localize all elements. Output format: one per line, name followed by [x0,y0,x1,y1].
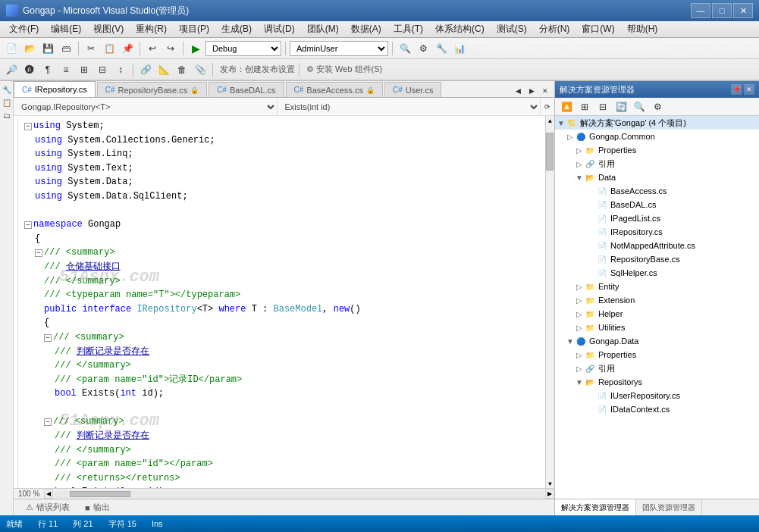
code-editor[interactable]: −using System; using System.Collections.… [14,116,554,488]
se-btn1[interactable]: 🔼 [558,99,575,115]
tree-item-idatacontext[interactable]: 📄 IDataContext.cs [555,402,759,416]
tb2-btn11[interactable]: 📎 [192,61,209,78]
target-project-combo[interactable]: AdminUser [290,41,388,56]
se-btn3[interactable]: ⊟ [594,99,611,115]
toolbar-btn-extra2[interactable]: ⚙ [415,40,431,57]
gutter-icon-2[interactable]: 📋 [2,97,12,108]
copy-btn[interactable]: 📋 [101,40,118,57]
gutter-icon-1[interactable]: 🔧 [2,84,12,95]
tree-item-ref[interactable]: ▷ 🔗 引用 [555,157,759,171]
code-nav-sync[interactable]: ⟳ [541,99,554,115]
tab-baseaccess[interactable]: C# BaseAccess.cs 🔒 [286,82,383,97]
tree-item-sqlhelper[interactable]: 📄 SqlHelper.cs [555,266,759,280]
save-btn[interactable]: 💾 [39,40,56,57]
tree-item-data-ref[interactable]: ▷ 🔗 引用 [555,361,759,375]
debug-mode-combo[interactable]: Debug [205,41,281,56]
menu-build[interactable]: 生成(B) [215,21,258,37]
menu-view[interactable]: 视图(V) [87,21,130,37]
minimize-button[interactable]: — [691,3,710,18]
tb2-btn2[interactable]: 🅐 [21,61,38,78]
menu-window[interactable]: 窗口(W) [576,21,620,37]
scroll-up-btn[interactable]: ▲ [547,116,554,125]
tree-item-notmapped[interactable]: 📄 NotMappedAttribute.cs [555,239,759,252]
open-btn[interactable]: 📂 [21,40,38,57]
se-btn2[interactable]: ⊞ [576,99,593,115]
tab-user[interactable]: C# User.cs [384,82,441,97]
tree-item-properties[interactable]: ▷ 📁 Properties [555,143,759,157]
tab-scroll-left[interactable]: ◀ [512,85,524,97]
tab-basedal[interactable]: C# BaseDAL.cs [209,82,284,97]
tab-irepository[interactable]: C# IRepository.cs [14,81,96,97]
menu-edit[interactable]: 编辑(E) [45,21,87,37]
tab-repositorybase[interactable]: C# RepositoryBase.cs 🔒 [97,82,208,97]
code-nav-type-combo[interactable]: Gongap.IRepository<T> [14,99,278,115]
se-btn6[interactable]: ⚙ [649,99,666,115]
tab-scroll-right[interactable]: ▶ [525,85,538,97]
tb2-btn7[interactable]: ↕ [112,61,129,78]
code-nav-member-combo[interactable]: Exists(int id) [278,99,541,115]
toolbar-btn-extra1[interactable]: 🔍 [397,40,413,57]
tree-item-basedal[interactable]: 📄 BaseDAL.cs [555,198,759,211]
tree-item-repositorybase[interactable]: 📄 RepositoryBase.cs [555,252,759,266]
tb2-btn3[interactable]: ¶ [39,61,56,78]
toolbar-btn-extra3[interactable]: 🔧 [433,40,450,57]
tree-item-utilities[interactable]: ▷ 📁 Utilities [555,321,759,334]
scroll-left-btn[interactable]: ◀ [44,490,53,499]
menu-analyze[interactable]: 分析(N) [533,21,576,37]
tb2-btn1[interactable]: 🔎 [3,61,20,78]
panel-close-btn[interactable]: ✕ [744,84,754,95]
close-button[interactable]: ✕ [733,3,753,18]
menu-data[interactable]: 数据(A) [345,21,387,37]
tree-item-iuserrepository[interactable]: 📄 IUserRepository.cs [555,389,759,402]
cut-btn[interactable]: ✂ [83,40,99,57]
tree-item-irepository[interactable]: 📄 IRepository.cs [555,225,759,239]
maximize-button[interactable]: □ [712,3,732,18]
tree-item-repositorys[interactable]: ▼ 📂 Repositorys [555,375,759,389]
tb2-btn4[interactable]: ≡ [58,61,74,78]
tree-item-helper[interactable]: ▷ 📁 Helper [555,307,759,321]
panel-pin-btn[interactable]: 📌 [731,84,742,95]
start-btn[interactable]: ▶ [187,40,204,57]
bottom-tab-errors[interactable]: ⚠ 错误列表 [18,500,77,515]
rp-tab-solution[interactable]: 解决方案资源管理器 [555,499,636,515]
se-btn4[interactable]: 🔄 [613,99,629,115]
tree-item-gongap-data[interactable]: ▼ 🔵 Gongap.Data [555,334,759,348]
tb2-btn5[interactable]: ⊞ [76,61,93,78]
save-all-btn[interactable]: 🗃 [58,40,74,57]
bottom-tab-output[interactable]: ■ 输出 [77,500,118,515]
tb2-btn6[interactable]: ⊟ [94,61,111,78]
menu-test[interactable]: 测试(S) [491,21,533,37]
tree-item-baseaccess[interactable]: 📄 BaseAccess.cs [555,184,759,198]
menu-arch[interactable]: 体系结构(C) [429,21,491,37]
tree-item-extension[interactable]: ▷ 📁 Extension [555,293,759,307]
undo-btn[interactable]: ↩ [144,40,161,57]
code-content[interactable]: −using System; using System.Collections.… [18,116,545,488]
menu-tools[interactable]: 工具(T) [387,21,429,37]
tree-item-data-folder[interactable]: ▼ 📂 Data [555,171,759,184]
toolbar-btn-extra4[interactable]: 📊 [451,40,468,57]
tree-item-common[interactable]: ▷ 🔵 Gongap.Common [555,130,759,143]
tree-item-solution[interactable]: ▼ 🏗 解决方案'Gongap' (4 个项目) [555,116,759,130]
menu-project[interactable]: 项目(P) [173,21,215,37]
menu-help[interactable]: 帮助(H) [621,21,664,37]
new-project-btn[interactable]: 📄 [3,40,20,57]
tb2-btn9[interactable]: 📐 [155,61,172,78]
menu-debug[interactable]: 调试(D) [258,21,301,37]
tree-item-ipagedlist[interactable]: 📄 IPagedList.cs [555,211,759,225]
scroll-thumb-v[interactable] [546,133,554,171]
menu-file[interactable]: 文件(F) [3,21,45,37]
rp-tab-team[interactable]: 团队资源管理器 [636,499,702,515]
menu-refactor[interactable]: 重构(R) [130,21,173,37]
tb2-btn10[interactable]: 🗑 [174,61,190,78]
menu-team[interactable]: 团队(M) [301,21,345,37]
hscroll-thumb[interactable] [70,491,130,497]
code-scrollbar-v[interactable]: ▲ ▼ [545,116,554,488]
paste-btn[interactable]: 📌 [119,40,136,57]
scroll-right-btn[interactable]: ▶ [545,490,554,499]
tb2-btn8[interactable]: 🔗 [137,61,154,78]
redo-btn[interactable]: ↪ [162,40,179,57]
gutter-icon-3[interactable]: 🗂 [2,110,12,120]
tree-item-entity[interactable]: ▷ 📁 Entity [555,280,759,293]
tree-item-data-properties[interactable]: ▷ 📁 Properties [555,348,759,361]
tab-close[interactable]: ✕ [539,85,551,97]
